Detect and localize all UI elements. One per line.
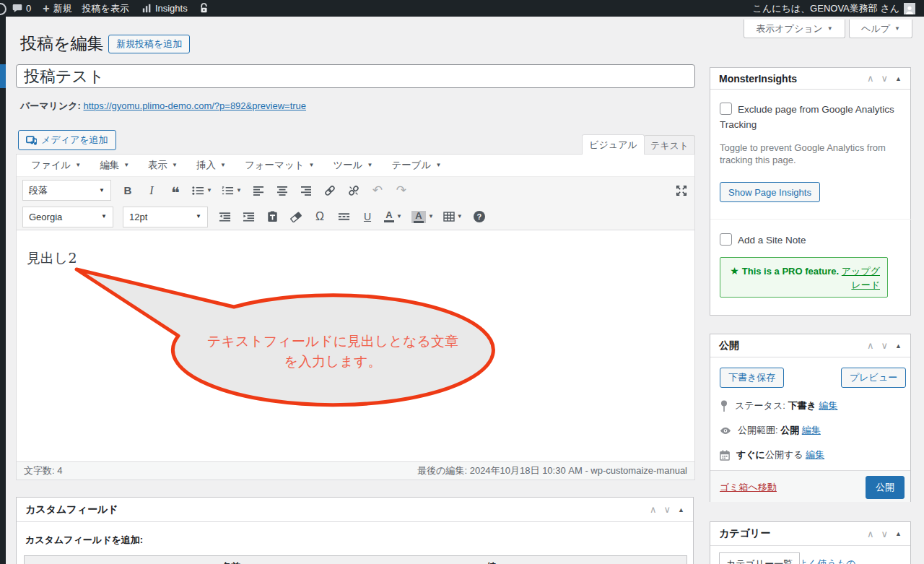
upgrade-link[interactable]: アップグレード	[842, 266, 880, 290]
bullet-list-button[interactable]: ▼	[192, 181, 212, 200]
toggle-panel-icon[interactable]: ▲	[895, 342, 902, 350]
move-up-icon[interactable]: ∧	[867, 73, 874, 84]
blockquote-button[interactable]: ❝	[168, 184, 183, 203]
visibility-value: 公開	[780, 425, 799, 435]
categories-header[interactable]: カテゴリー ∧ ∨ ▲	[710, 522, 910, 546]
toggle-panel-icon[interactable]: ▲	[895, 75, 902, 82]
tracking-hint: Toggle to prevent Google Analytics from …	[720, 142, 897, 166]
schedule-bold: すぐに	[736, 449, 765, 460]
page-title: 投稿を編集	[20, 32, 104, 55]
help-button[interactable]: ヘルプ ▼	[849, 19, 912, 38]
tab-all-categories[interactable]: カテゴリー一覧	[719, 552, 800, 564]
exclude-tracking-label: Exclude page from Google Analytics Track…	[720, 104, 894, 130]
chevron-down-icon: ▼	[435, 162, 441, 168]
toggle-panel-icon[interactable]: ▲	[895, 530, 902, 537]
font-size-select[interactable]: 12pt▼	[123, 207, 208, 227]
menu-file[interactable]: ファイル▼	[31, 159, 81, 172]
clear-formatting-button[interactable]	[289, 207, 303, 226]
move-down-icon[interactable]: ∨	[881, 340, 889, 351]
chevron-down-icon: ▼	[827, 26, 833, 32]
admin-bar-comments[interactable]: 0	[12, 0, 31, 17]
show-page-insights-button[interactable]: Show Page Insights	[720, 182, 820, 202]
publish-button[interactable]: 公開	[866, 476, 905, 499]
admin-bar-view-post[interactable]: 投稿を表示	[82, 0, 129, 17]
status-label: ステータス:	[735, 400, 785, 411]
move-up-icon[interactable]: ∧	[867, 340, 874, 351]
preview-button[interactable]: プレビュー	[841, 368, 906, 388]
editor-toolbar-2: Georgia▼ 12pt▼ Ω U A	[17, 204, 694, 230]
exclude-tracking-checkbox[interactable]	[720, 103, 732, 115]
background-color-button[interactable]: A ▼	[411, 207, 434, 226]
menu-format[interactable]: フォーマット▼	[245, 159, 315, 172]
custom-fields-header[interactable]: カスタムフィールド ∧ ∨ ▲	[17, 498, 693, 522]
admin-bar-security[interactable]	[199, 0, 209, 17]
text-color-button[interactable]: A ▼	[384, 207, 402, 226]
read-more-button[interactable]	[336, 207, 351, 226]
move-up-icon[interactable]: ∧	[650, 504, 657, 515]
move-down-icon[interactable]: ∨	[881, 529, 889, 539]
monsterinsights-header[interactable]: MonsterInsights ∧ ∨ ▲	[710, 68, 910, 90]
undo-button[interactable]: ↶	[370, 181, 385, 200]
bold-button[interactable]: B	[121, 181, 135, 200]
redo-button[interactable]: ↷	[394, 181, 409, 200]
move-to-trash-link[interactable]: ゴミ箱へ移動	[720, 481, 777, 494]
align-right-button[interactable]	[299, 181, 313, 200]
site-note-label: Add a Site Note	[738, 235, 806, 246]
chevron-down-icon: ▼	[309, 162, 315, 168]
howdy-greeting[interactable]: こんにちは、GENOVA業務部 さん	[753, 2, 899, 15]
post-title-input[interactable]	[16, 64, 695, 88]
menu-insert[interactable]: 挿入▼	[196, 159, 226, 172]
chevron-down-icon: ▼	[894, 26, 900, 32]
italic-button[interactable]: I	[144, 181, 159, 200]
publish-header[interactable]: 公開 ∧ ∨ ▲	[710, 334, 910, 357]
tab-most-used[interactable]: よく使うもの	[798, 558, 856, 564]
paste-as-text-button[interactable]	[265, 207, 279, 226]
move-down-icon[interactable]: ∨	[664, 504, 671, 515]
screen-options-button[interactable]: 表示オプション ▼	[744, 19, 845, 38]
site-note-checkbox[interactable]	[720, 233, 732, 246]
editor-content-area[interactable]: 見出し2 テキストフィールドに見出しとなる文章 を入力します。	[17, 230, 694, 461]
tab-visual[interactable]: ビジュアル	[582, 134, 645, 155]
column-value: 値	[487, 560, 496, 564]
special-character-button[interactable]: Ω	[313, 207, 327, 226]
remove-link-button[interactable]	[346, 181, 361, 200]
move-down-icon[interactable]: ∨	[881, 73, 889, 84]
numbered-list-button[interactable]: ▼	[222, 181, 242, 200]
edit-visibility-link[interactable]: 編集	[802, 425, 821, 435]
user-avatar[interactable]	[904, 3, 915, 14]
toggle-panel-icon[interactable]: ▲	[678, 506, 684, 513]
edit-status-link[interactable]: 編集	[819, 400, 837, 411]
insert-link-button[interactable]	[323, 181, 337, 200]
underline-button[interactable]: U	[360, 207, 375, 226]
menu-view[interactable]: 表示▼	[148, 159, 178, 172]
divider	[710, 219, 912, 220]
format-select[interactable]: 段落▼	[22, 180, 111, 201]
tab-text[interactable]: テキスト	[644, 135, 695, 155]
custom-fields-table-header: 名前 値	[24, 555, 687, 564]
add-media-button[interactable]: メディアを追加	[18, 130, 116, 150]
save-draft-button[interactable]: 下書き保存	[720, 368, 784, 388]
align-center-button[interactable]	[275, 181, 289, 200]
outdent-button[interactable]	[217, 207, 232, 226]
add-new-post-button[interactable]: 新規投稿を追加	[108, 35, 190, 53]
chevron-down-icon: ▼	[196, 214, 201, 220]
media-icon	[26, 136, 37, 145]
menu-edit[interactable]: 編集▼	[100, 159, 129, 172]
edit-schedule-link[interactable]: 編集	[806, 449, 824, 460]
fullscreen-button[interactable]	[674, 181, 689, 200]
menu-table[interactable]: テーブル▼	[392, 159, 442, 172]
word-count: 文字数: 4	[24, 464, 62, 477]
visibility-label: 公開範囲:	[738, 425, 778, 435]
move-up-icon[interactable]: ∧	[867, 529, 874, 539]
admin-bar-new[interactable]: + 新規	[43, 0, 71, 17]
help-icon-button[interactable]: ?	[472, 207, 487, 226]
font-family-select[interactable]: Georgia▼	[22, 207, 113, 227]
menu-tools[interactable]: ツール▼	[333, 159, 372, 172]
screen-options-label: 表示オプション	[756, 22, 823, 35]
editor-toolbar-1: 段落▼ B I ❝ ▼ ▼	[17, 177, 694, 204]
table-button[interactable]: ▼	[443, 207, 463, 226]
indent-button[interactable]	[241, 207, 256, 226]
admin-bar-insights[interactable]: Insights	[142, 0, 188, 17]
permalink-link[interactable]: https://gyomu.plimo-demo.com/?p=892&prev…	[83, 100, 306, 111]
align-left-button[interactable]	[251, 181, 266, 200]
